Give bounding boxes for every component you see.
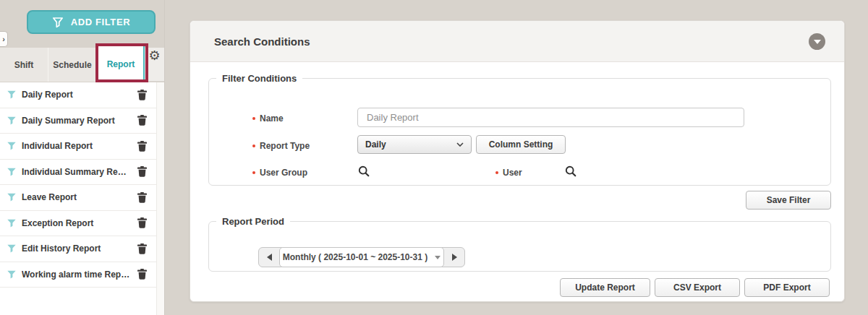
- trash-icon[interactable]: [137, 243, 147, 254]
- filter-icon: [7, 193, 16, 202]
- filter-icon: [7, 219, 16, 228]
- panel-header: Search Conditions: [190, 21, 844, 62]
- tabs-settings-zone: ⚙: [145, 48, 164, 81]
- update-report-button[interactable]: Update Report: [560, 278, 650, 297]
- list-item-edit-history-report[interactable]: Edit History Report: [0, 236, 157, 262]
- next-period-button[interactable]: [444, 248, 464, 267]
- period-value: Monthly ( 2025-10-01 ~ 2025-10-31 ): [283, 252, 427, 262]
- list-item-working-alarm-time-report[interactable]: Working alarm time Rep…: [0, 262, 157, 288]
- filter-conditions-legend: Filter Conditions: [216, 73, 302, 84]
- user-group-label: User Group: [252, 168, 307, 178]
- trash-icon[interactable]: [137, 269, 147, 280]
- csv-export-button[interactable]: CSV Export: [655, 278, 740, 297]
- filter-icon: [7, 142, 16, 150]
- gear-icon[interactable]: ⚙: [148, 49, 160, 81]
- chevron-right-icon: ›: [2, 35, 5, 43]
- add-filter-button[interactable]: ADD FILTER: [27, 10, 156, 34]
- list-item-daily-report[interactable]: Daily Report: [0, 82, 157, 108]
- column-setting-button[interactable]: Column Setting: [476, 135, 566, 154]
- filter-list: Daily Report Daily Summary Report Indivi…: [0, 82, 164, 315]
- chevron-down-icon: [814, 40, 821, 44]
- report-type-select[interactable]: Daily: [357, 135, 472, 154]
- report-period-fieldset: Report Period Monthly ( 2025-10-01 ~ 202…: [208, 216, 831, 272]
- trash-icon[interactable]: [137, 217, 147, 228]
- list-item-label: Leave Report: [22, 192, 132, 202]
- required-dot: [252, 171, 255, 174]
- report-period-legend: Report Period: [216, 216, 290, 227]
- trash-icon[interactable]: [137, 90, 147, 100]
- list-item-label: Individual Report: [22, 141, 132, 151]
- chevron-down-icon: [456, 142, 464, 147]
- arrow-right-icon: [452, 254, 457, 261]
- add-filter-label: ADD FILTER: [71, 17, 130, 27]
- action-buttons: Update Report CSV Export PDF Export: [560, 278, 830, 297]
- name-label: Name: [252, 113, 284, 124]
- sidebar-collapse-handle[interactable]: ›: [0, 31, 8, 47]
- list-item-label: Exception Report: [22, 218, 132, 228]
- user-label: User: [495, 168, 522, 178]
- sidebar-scrollbar[interactable]: [156, 82, 164, 315]
- search-conditions-panel: Search Conditions Filter Conditions Name…: [190, 20, 845, 302]
- report-period-control: Monthly ( 2025-10-01 ~ 2025-10-31 ): [258, 247, 465, 267]
- report-type-value: Daily: [365, 139, 386, 150]
- trash-icon[interactable]: [137, 192, 147, 203]
- caret-down-icon: [435, 256, 441, 259]
- user-group-search-button[interactable]: [358, 165, 370, 177]
- list-item-label: Working alarm time Rep…: [22, 269, 132, 280]
- search-icon: [565, 165, 576, 177]
- period-dropdown[interactable]: Monthly ( 2025-10-01 ~ 2025-10-31 ): [279, 247, 444, 267]
- list-item-exception-report[interactable]: Exception Report: [0, 211, 157, 237]
- list-item-leave-report[interactable]: Leave Report: [0, 185, 157, 211]
- filter-icon: [7, 244, 16, 253]
- filter-icon: [7, 90, 16, 99]
- list-item-individual-report[interactable]: Individual Report: [0, 134, 157, 160]
- required-dot: [495, 171, 498, 174]
- tab-report[interactable]: Report: [97, 46, 145, 82]
- name-input[interactable]: [357, 108, 744, 127]
- page-title: Search Conditions: [214, 35, 809, 48]
- list-item-daily-summary-report[interactable]: Daily Summary Report: [0, 108, 157, 134]
- sidebar-header: ADD FILTER ›: [0, 0, 164, 48]
- list-item-label: Daily Summary Report: [22, 116, 132, 126]
- arrow-left-icon: [267, 254, 272, 261]
- filter-conditions-fieldset: Filter Conditions Name Report Type Daily…: [208, 73, 831, 186]
- tab-label: Shift: [14, 60, 34, 70]
- report-type-label: Report Type: [252, 141, 310, 151]
- previous-period-button[interactable]: [259, 248, 279, 267]
- list-item-label: Individual Summary Re…: [22, 167, 132, 177]
- list-item-label: Edit History Report: [22, 243, 132, 254]
- trash-icon[interactable]: [137, 166, 147, 177]
- panel-collapse-button[interactable]: [809, 33, 825, 50]
- user-search-button[interactable]: [565, 165, 576, 177]
- required-dot: [252, 144, 255, 147]
- pdf-export-button[interactable]: PDF Export: [744, 278, 830, 297]
- tab-label: Schedule: [53, 60, 91, 70]
- filter-icon: [7, 116, 16, 125]
- list-item-individual-summary-report[interactable]: Individual Summary Re…: [0, 160, 157, 186]
- filter-icon: [7, 168, 16, 176]
- sidebar: ADD FILTER › Shift Schedule Report ⚙ Dai…: [0, 0, 165, 315]
- required-dot: [252, 117, 255, 120]
- save-filter-button[interactable]: Save Filter: [746, 191, 831, 210]
- sidebar-tabs: Shift Schedule Report ⚙: [0, 48, 164, 82]
- filter-icon: [7, 270, 16, 279]
- trash-icon[interactable]: [137, 141, 147, 152]
- tab-schedule[interactable]: Schedule: [48, 48, 97, 82]
- funnel-icon: [52, 17, 64, 28]
- trash-icon[interactable]: [137, 115, 147, 126]
- tab-label: Report: [107, 59, 135, 69]
- search-icon: [358, 165, 370, 177]
- tab-shift[interactable]: Shift: [0, 48, 48, 82]
- list-item-label: Daily Report: [22, 90, 132, 100]
